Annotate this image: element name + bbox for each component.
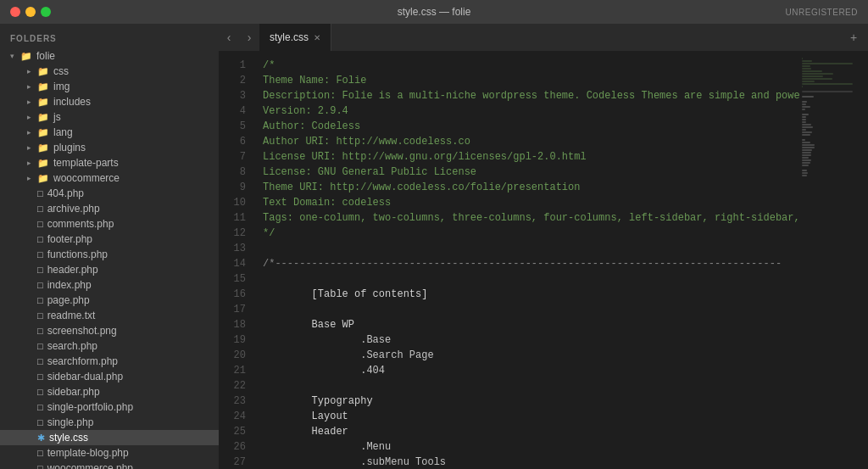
folder-icon: 📁 xyxy=(37,112,49,123)
active-file-icon: ✱ xyxy=(37,433,45,444)
sidebar-item-readme[interactable]: □ readme.txt xyxy=(0,308,219,323)
code-line: Text Domain: codeless xyxy=(263,195,800,210)
minimap-line xyxy=(802,134,810,136)
line-number: 16 xyxy=(219,287,246,302)
sidebar-item-header[interactable]: □ header.php xyxy=(0,262,219,277)
maximize-button[interactable] xyxy=(41,7,51,17)
sidebar-item-plugins[interactable]: ▸ 📁 plugins xyxy=(0,140,219,155)
sidebar-item-page[interactable]: □ page.php xyxy=(0,293,219,308)
minimap-line xyxy=(802,103,806,105)
minimap-line xyxy=(802,157,809,159)
editor-area: ‹ › style.css ✕ + 1234567891011121314151… xyxy=(219,24,868,469)
sidebar-item-label: functions.php xyxy=(47,248,212,260)
sidebar-item-label: style.css xyxy=(49,432,212,444)
code-line: Header xyxy=(263,424,800,439)
sidebar-item-label: single.php xyxy=(47,416,212,428)
sidebar-item-sidebar[interactable]: □ sidebar.php xyxy=(0,384,219,399)
code-line: */ xyxy=(263,226,800,241)
sidebar-item-sidebar-dual[interactable]: □ sidebar-dual.php xyxy=(0,369,219,384)
line-number: 27 xyxy=(219,455,246,469)
file-icon: □ xyxy=(37,371,43,382)
sidebar-item-single[interactable]: □ single.php xyxy=(0,415,219,430)
minimap-line xyxy=(802,162,810,164)
sidebar-item-img[interactable]: ▸ 📁 img xyxy=(0,79,219,94)
line-number: 10 xyxy=(219,195,246,210)
folder-icon: 📁 xyxy=(37,66,49,77)
code-line: Version: 2.9.4 xyxy=(263,103,800,119)
sidebar-item-label: single-portfolio.php xyxy=(47,401,212,413)
code-content[interactable]: /*Theme Name: FolieDescription: Folie is… xyxy=(253,51,800,469)
line-number: 6 xyxy=(219,134,246,149)
line-number: 15 xyxy=(219,271,246,287)
minimap-line xyxy=(802,86,803,87)
minimize-button[interactable] xyxy=(25,7,36,17)
minimap-line xyxy=(802,70,822,72)
file-icon: □ xyxy=(37,356,43,366)
sidebar-item-label: sidebar-dual.php xyxy=(47,371,212,382)
line-numbers: 1234567891011121314151617181920212223242… xyxy=(219,51,253,469)
file-icon: □ xyxy=(37,219,43,229)
sidebar-item-style-css[interactable]: ✱ style.css xyxy=(0,430,219,445)
line-number: 13 xyxy=(219,241,246,256)
sidebar-item-comments[interactable]: □ comments.php xyxy=(0,216,219,232)
tab-prev-button[interactable]: ‹ xyxy=(219,24,239,51)
code-line: Theme Name: Folie xyxy=(263,73,800,88)
sidebar-item-label: index.php xyxy=(47,279,212,291)
minimap-line xyxy=(802,78,832,80)
line-number: 1 xyxy=(219,58,246,73)
tab-style-css[interactable]: style.css ✕ xyxy=(259,24,331,51)
sidebar-item-template-parts[interactable]: ▸ 📁 template-parts xyxy=(0,155,219,170)
sidebar-item-label: search.php xyxy=(47,340,212,352)
code-line: License URI: http://www.gnu.org/licenses… xyxy=(263,149,800,165)
sidebar-item-includes[interactable]: ▸ 📁 includes xyxy=(0,94,219,109)
sidebar-item-lang[interactable]: ▸ 📁 lang xyxy=(0,125,219,140)
sidebar-item-label: searchform.php xyxy=(47,355,212,367)
file-icon: □ xyxy=(37,295,43,305)
sidebar-item-label: js xyxy=(53,111,212,123)
chevron-right-icon: ▸ xyxy=(27,67,37,75)
minimap-line xyxy=(802,114,809,115)
minimap-line xyxy=(802,165,809,166)
folder-icon: 📁 xyxy=(37,81,49,92)
sidebar-item-searchform[interactable]: □ searchform.php xyxy=(0,354,219,369)
sidebar-item-404[interactable]: □ 404.php xyxy=(0,186,219,201)
close-button[interactable] xyxy=(10,7,20,17)
sidebar-item-search[interactable]: □ search.php xyxy=(0,338,219,354)
sidebar-item-woocommerce-php[interactable]: □ woocommerce.php xyxy=(0,461,219,469)
sidebar-item-footer[interactable]: □ footer.php xyxy=(0,232,219,247)
tab-next-button[interactable]: › xyxy=(239,24,259,51)
code-editor[interactable]: 1234567891011121314151617181920212223242… xyxy=(219,51,868,469)
sidebar-item-label: header.php xyxy=(47,264,212,276)
code-line xyxy=(263,378,800,394)
code-line: Author URI: http://www.codeless.co xyxy=(263,134,800,149)
sidebar-item-label: template-blog.php xyxy=(47,447,212,459)
sidebar-item-js[interactable]: ▸ 📁 js xyxy=(0,109,219,125)
tab-close-button[interactable]: ✕ xyxy=(314,33,320,42)
folder-icon: 📁 xyxy=(37,142,49,154)
sidebar-item-index[interactable]: □ index.php xyxy=(0,277,219,293)
sidebar-item-folie[interactable]: ▾ 📁 folie xyxy=(0,48,219,64)
sidebar-item-functions[interactable]: □ functions.php xyxy=(0,247,219,262)
minimap-line xyxy=(802,175,807,176)
minimap-line xyxy=(802,142,810,143)
sidebar-item-label: plugins xyxy=(53,142,212,154)
chevron-right-icon: ▸ xyxy=(27,174,37,182)
sidebar-item-css[interactable]: ▸ 📁 css xyxy=(0,64,219,79)
sidebar-item-archive[interactable]: □ archive.php xyxy=(0,201,219,216)
sidebar-item-label: sidebar.php xyxy=(47,386,212,398)
line-number: 8 xyxy=(219,165,246,180)
line-number: 21 xyxy=(219,363,246,378)
sidebar-item-screenshot[interactable]: □ screenshot.png xyxy=(0,323,219,338)
file-icon: □ xyxy=(37,326,43,336)
sidebar-item-template-blog[interactable]: □ template-blog.php xyxy=(0,445,219,461)
sidebar-item-single-portfolio[interactable]: □ single-portfolio.php xyxy=(0,399,219,415)
minimap-line xyxy=(802,81,815,82)
sidebar-item-woocommerce[interactable]: ▸ 📁 woocommerce xyxy=(0,170,219,186)
tab-bar: ‹ › style.css ✕ + xyxy=(219,24,868,51)
sidebar-item-label: folie xyxy=(36,50,212,62)
add-tab-button[interactable]: + xyxy=(846,30,861,45)
code-line: /* xyxy=(263,58,800,73)
file-icon: □ xyxy=(37,249,43,260)
minimap-line xyxy=(802,124,811,126)
folder-icon: 📁 xyxy=(20,51,32,62)
